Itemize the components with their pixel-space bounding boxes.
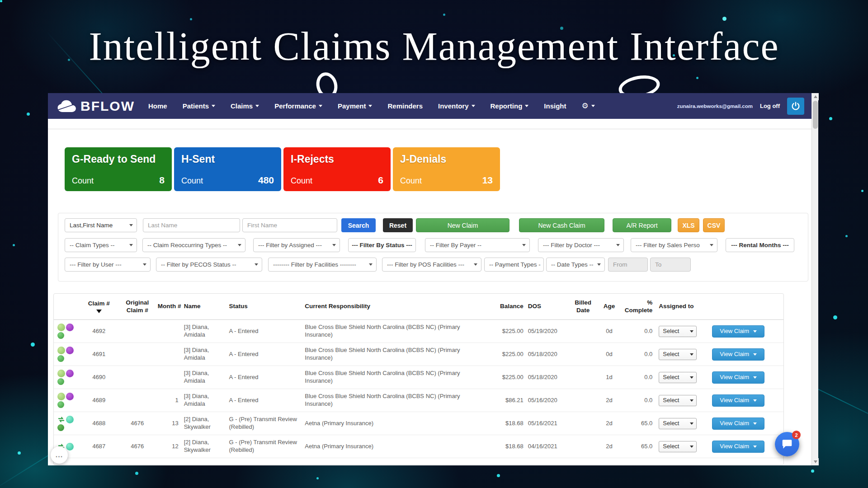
patient-name: [3] Diana, Amidala — [184, 393, 229, 408]
teal-status-icon — [66, 443, 74, 450]
view-claim-button[interactable]: View Claim — [712, 348, 764, 361]
green-status-icon — [57, 378, 64, 385]
bflow-logo[interactable]: BFLOW — [56, 99, 135, 114]
name-type-select[interactable]: Last,First Name — [65, 218, 137, 232]
nav-item-insight[interactable]: Insight — [544, 102, 566, 110]
view-claim-button[interactable]: View Claim — [712, 441, 764, 453]
reset-button[interactable]: Reset — [383, 218, 413, 232]
assigned-to-select[interactable]: Select — [659, 349, 697, 360]
rebill-sync-icon[interactable] — [57, 416, 65, 423]
filter-by-assigned-select[interactable]: --- Filter by Assigned --- — [253, 238, 340, 252]
filter-by-sales-person-select[interactable]: --- Filter by Sales Perso — [631, 238, 717, 252]
chevron-down-icon — [690, 399, 693, 402]
date-to-input[interactable] — [650, 258, 691, 272]
card-denials[interactable]: J-Denials Count13 — [393, 147, 500, 191]
chevron-down-icon — [710, 244, 713, 246]
filter-by-facilities-select[interactable]: -------- Filter by Facilities -------- — [268, 258, 377, 272]
filter-by-pecos-status-select[interactable]: -- Filter by PECOS Status -- — [156, 258, 262, 272]
power-button[interactable] — [787, 98, 804, 115]
power-icon — [791, 101, 801, 111]
green-status-icon — [57, 332, 64, 339]
chevron-down-icon — [368, 105, 372, 107]
first-name-input[interactable] — [242, 218, 337, 232]
scrollbar-thumb[interactable] — [813, 101, 818, 129]
more-options-bubble[interactable]: ... — [51, 446, 68, 464]
top-navbar: BFLOW Home Patients Claims Performance P… — [48, 93, 811, 119]
status-cards: G-Ready to Send Count8 H-Sent Count480 I… — [65, 147, 500, 191]
nav-item-inventory[interactable]: Inventory — [438, 102, 475, 110]
col-claim[interactable]: Claim # — [78, 300, 120, 313]
chat-unread-badge: 2 — [792, 431, 801, 439]
last-name-input[interactable] — [143, 218, 240, 232]
assigned-to-select[interactable]: Select — [659, 326, 697, 337]
chevron-down-icon — [753, 376, 757, 379]
claim-number[interactable]: 4687 — [78, 443, 120, 450]
ar-report-button[interactable]: A/R Report — [613, 218, 671, 232]
nav-item-performance[interactable]: Performance — [274, 102, 322, 110]
patient-name: [2] Diana, Skywalker — [184, 439, 229, 454]
xls-export-button[interactable]: XLS — [678, 218, 699, 232]
chevron-down-icon — [690, 422, 693, 425]
claim-types-select[interactable]: -- Claim Types -- — [65, 238, 137, 252]
claim-number[interactable]: 4691 — [78, 351, 120, 358]
chat-launcher-button[interactable]: 2 — [775, 432, 799, 456]
card-ready-to-send[interactable]: G-Ready to Send Count8 — [65, 147, 172, 191]
vertical-scrollbar[interactable] — [811, 93, 818, 465]
settings-menu[interactable]: ⚙ — [582, 101, 595, 111]
col-original-claim: Original Claim # — [120, 299, 155, 314]
claim-number[interactable]: 4689 — [78, 397, 120, 404]
nav-item-reminders[interactable]: Reminders — [387, 102, 423, 110]
filter-by-user-select[interactable]: --- Filter by User --- — [65, 258, 151, 272]
chevron-down-icon — [238, 244, 241, 246]
chat-bubble-icon — [781, 438, 793, 450]
date-types-select[interactable]: -- Date Types -- — [546, 258, 605, 272]
view-claim-button[interactable]: View Claim — [712, 325, 764, 338]
assigned-to-select[interactable]: Select — [659, 441, 697, 452]
chevron-down-icon — [129, 244, 133, 246]
claim-number[interactable]: 4692 — [78, 328, 120, 335]
chevron-down-icon — [591, 105, 595, 107]
purple-status-icon — [66, 393, 74, 400]
filter-by-doctor-select[interactable]: --- Filter by Doctor --- — [538, 238, 624, 252]
new-cash-claim-button[interactable]: New Cash Claim — [519, 218, 604, 232]
patient-name: [3] Diana, Amidala — [184, 370, 229, 385]
purple-status-icon — [66, 370, 74, 377]
claim-number[interactable]: 4688 — [78, 420, 120, 427]
card-sent[interactable]: H-Sent Count480 — [174, 147, 281, 191]
scroll-up-button[interactable] — [812, 93, 819, 100]
new-claim-button[interactable]: New Claim — [416, 218, 509, 232]
search-button[interactable]: Search — [341, 218, 376, 232]
nav-item-claims[interactable]: Claims — [231, 102, 259, 110]
csv-export-button[interactable]: CSV — [703, 218, 725, 232]
arrow-down-icon — [814, 460, 817, 463]
payment-types-select[interactable]: -- Payment Types - — [484, 258, 544, 272]
chevron-down-icon — [690, 446, 693, 448]
nav-item-reporting[interactable]: Reporting — [491, 102, 529, 110]
chevron-down-icon — [522, 244, 526, 246]
view-claim-button[interactable]: View Claim — [712, 371, 764, 384]
chevron-down-icon — [690, 330, 693, 333]
claim-number[interactable]: 4690 — [78, 374, 120, 381]
filter-by-pos-facilities-select[interactable]: --- Filter by POS Facilities --- — [382, 258, 481, 272]
logoff-link[interactable]: Log off — [760, 103, 780, 109]
scroll-down-button[interactable] — [812, 458, 819, 465]
view-claim-button[interactable]: View Claim — [712, 394, 764, 407]
claim-reoccurring-types-select[interactable]: -- Claim Reoccurring Types -- — [142, 238, 245, 252]
nav-item-payment[interactable]: Payment — [338, 102, 373, 110]
view-claim-button[interactable]: View Claim — [712, 418, 764, 430]
filter-by-payer-select[interactable]: -- Filter By Payer -- — [425, 238, 530, 252]
new-claim-indicator-icon — [57, 324, 65, 331]
chevron-down-icon — [690, 353, 693, 356]
chevron-down-icon — [690, 376, 693, 379]
assigned-to-select[interactable]: Select — [659, 418, 697, 429]
assigned-to-select[interactable]: Select — [659, 395, 697, 406]
rental-months-button[interactable]: --- Rental Months --- — [726, 238, 794, 252]
card-rejects[interactable]: I-Rejects Count6 — [283, 147, 391, 191]
filter-by-status-button[interactable]: --- Filter By Status --- — [348, 238, 416, 252]
nav-user-area: zunaira.webworks@gmail.com Log off — [677, 98, 804, 115]
nav-item-home[interactable]: Home — [148, 102, 167, 110]
nav-item-patients[interactable]: Patients — [183, 102, 215, 110]
assigned-to-select[interactable]: Select — [659, 372, 697, 383]
count-value: 13 — [482, 175, 493, 186]
date-from-input[interactable] — [608, 258, 648, 272]
